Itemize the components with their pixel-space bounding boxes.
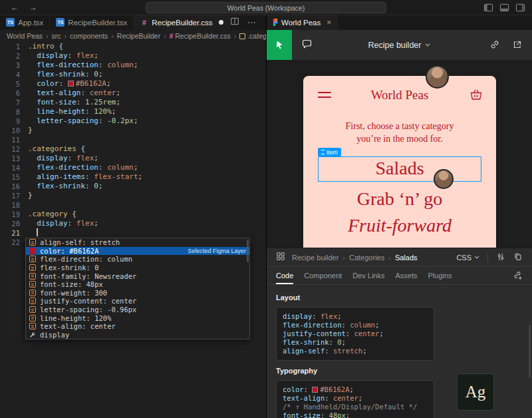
suggestion-item[interactable]: font-size: 48px	[26, 280, 249, 289]
tab-assets[interactable]: Assets	[395, 267, 417, 284]
layer-breadcrumb-item[interactable]: Categories	[349, 254, 384, 262]
code-line-13[interactable]: 13 display: flex;	[0, 154, 266, 163]
breadcrumb-item[interactable]: .category	[239, 32, 266, 40]
suggestion-item[interactable]: color: #B6162ASelected Figma Layer	[26, 247, 249, 256]
world-peas-frame[interactable]: World Peas First, choose a tasty categor…	[303, 76, 496, 248]
tab-component[interactable]: Component	[304, 267, 342, 284]
settings-sliders-icon[interactable]	[496, 252, 505, 263]
inspector-header: Recipe builder›Categories›Salads CSS	[267, 248, 532, 267]
suggestion-item[interactable]: flex-shrink: 0	[26, 264, 249, 272]
code-line-19[interactable]: 19.category {	[0, 210, 266, 219]
open-in-figma-icon[interactable]	[512, 39, 523, 53]
breadcrumb-item[interactable]: components	[70, 32, 108, 40]
code-line-17[interactable]: 17}	[0, 191, 266, 200]
breadcrumb-separator: ›	[164, 32, 166, 40]
layer-breadcrumb-item[interactable]: Salads	[395, 254, 418, 262]
suggestion-item[interactable]: display	[26, 331, 249, 339]
line-number: 9	[0, 116, 28, 126]
close-icon[interactable]: ×	[327, 18, 331, 27]
code-line-21[interactable]: 21	[0, 228, 266, 238]
suggestion-item[interactable]: justify-content: center	[26, 297, 249, 306]
code-line-4[interactable]: 4 flex-shrink: 0;	[0, 70, 266, 79]
code-line-18[interactable]: 18	[0, 200, 266, 210]
objects-grid-icon[interactable]	[276, 252, 285, 264]
code-line-7[interactable]: 7 font-size: 1.25rem;	[0, 98, 266, 107]
toggle-secondary-sidebar-icon[interactable]	[515, 3, 525, 13]
code-line-9[interactable]: 9 letter-spacing: -0.2px;	[0, 116, 266, 126]
select-tool-button[interactable]	[267, 30, 292, 60]
selection-bounding-box[interactable]: Salads	[318, 156, 481, 182]
comment-tool-icon[interactable]	[301, 39, 313, 53]
collaborator-avatar	[426, 65, 449, 89]
section-title: Layout	[276, 294, 523, 302]
card-header: World Peas	[303, 87, 496, 106]
code-line-5[interactable]: 5 color: #B6162A;	[0, 79, 266, 89]
tab-App.tsx[interactable]: TSApp.tsx	[0, 15, 50, 30]
breadcrumb: World Peas›src›components›RecipeBuilder›…	[0, 30, 266, 42]
breadcrumb-item[interactable]: #RecipeBuilder.css	[170, 32, 231, 40]
category-salads[interactable]: Salads	[319, 156, 481, 180]
suggestion-item[interactable]: font-family: Newsreader	[26, 272, 249, 280]
toggle-panel-icon[interactable]	[499, 3, 509, 13]
suggestion-item[interactable]: text-align: center	[26, 322, 249, 331]
breadcrumb-item[interactable]: World Peas	[7, 32, 43, 40]
breadcrumb-item[interactable]: src	[52, 32, 61, 40]
forward-icon[interactable]: →	[29, 3, 37, 12]
breadcrumb-separator: ›	[388, 254, 391, 262]
figma-suggestion-icon	[29, 239, 36, 246]
inspector-tabs: CodeComponentDev LinksAssetsPlugins	[267, 267, 532, 285]
figma-page-selector[interactable]: Recipe builder	[368, 30, 431, 60]
css-icon: #	[170, 33, 174, 40]
copy-icon[interactable]	[513, 252, 523, 263]
split-editor-icon[interactable]	[230, 17, 239, 29]
tab-plugins[interactable]: Plugins	[428, 267, 452, 284]
scrollbar[interactable]	[529, 325, 531, 378]
code-line-14[interactable]: 14 flex-direction: column;	[0, 163, 266, 172]
code-line-15[interactable]: 15 align-items: flex-start;	[0, 172, 266, 182]
suggestion-item[interactable]: flex-direction: column	[26, 255, 249, 264]
code-line-20[interactable]: 20 display: flex;	[0, 219, 266, 228]
text-cursor	[37, 228, 38, 236]
intro-text[interactable]: First, choose a tasty category you’re in…	[303, 120, 496, 145]
code-line-3[interactable]: 3 flex-direction: column;	[0, 61, 266, 70]
code-line-16[interactable]: 16 flex-shrink: 0;	[0, 182, 266, 191]
breadcrumb-item[interactable]: RecipeBuilder	[117, 32, 160, 40]
code-line-12[interactable]: 12.categories {	[0, 144, 266, 154]
more-actions-icon[interactable]: ⋯	[247, 17, 256, 27]
category-grab-n-go[interactable]: Grab ‘n’ go	[303, 186, 496, 212]
code-line-10[interactable]: 10}	[0, 126, 266, 135]
suggestion-item[interactable]: letter-spacing: -0.96px	[26, 306, 249, 314]
code-line-8[interactable]: 8 line-height: 120%;	[0, 107, 266, 116]
basket-icon[interactable]	[469, 89, 483, 103]
back-icon[interactable]: ←	[11, 3, 19, 12]
command-center[interactable]: World Peas (Workspace)	[146, 2, 386, 13]
line-number: 14	[0, 163, 28, 172]
code-line-1[interactable]: 1.intro {	[0, 42, 266, 51]
suggestion-item[interactable]: line-height: 120%	[26, 314, 249, 322]
code-block-typography[interactable]: color: #B6162A;text-align: center;/* ↑ H…	[276, 380, 434, 418]
format-select[interactable]: CSS	[456, 254, 479, 262]
add-dev-link-icon[interactable]	[513, 270, 523, 282]
code-block-layout[interactable]: display: flex;flex-direction: column;jus…	[276, 307, 434, 361]
code-editor[interactable]: 1.intro {2 display: flex;3 flex-directio…	[0, 42, 266, 418]
code-line-2[interactable]: 2 display: flex;	[0, 51, 266, 61]
code-line-11[interactable]: 11	[0, 135, 266, 144]
category-fruit-forward[interactable]: Fruit-forward	[303, 213, 496, 238]
suggestion-item[interactable]: align-self: stretch	[26, 238, 249, 247]
figma-suggestion-icon	[29, 264, 36, 271]
layer-breadcrumb-item[interactable]: Recipe builder	[292, 254, 338, 262]
scrollbar[interactable]	[247, 240, 249, 262]
autocomplete-dropdown[interactable]: align-self: stretchcolor: #B6162ASelecte…	[25, 238, 250, 339]
tab-dev-links[interactable]: Dev Links	[352, 267, 384, 284]
layer-breadcrumb: Recipe builder›Categories›Salads	[292, 254, 418, 262]
figma-canvas[interactable]: World Peas First, choose a tasty categor…	[267, 60, 532, 248]
suggestion-item[interactable]: font-weight: 300	[26, 289, 249, 298]
toggle-sidebar-icon[interactable]	[483, 3, 493, 13]
tab-world-peas[interactable]: World Peas ×	[267, 15, 338, 30]
copy-link-icon[interactable]	[489, 39, 500, 53]
tab-code[interactable]: Code	[276, 267, 293, 284]
tab-RecipeBuilder.tsx[interactable]: TSRecipeBuilder.tsx	[50, 15, 134, 30]
tab-RecipeBuilder.css[interactable]: #RecipeBuilder.css	[134, 15, 229, 30]
line-number: 10	[0, 126, 28, 135]
code-line-6[interactable]: 6 text-align: center;	[0, 89, 266, 98]
